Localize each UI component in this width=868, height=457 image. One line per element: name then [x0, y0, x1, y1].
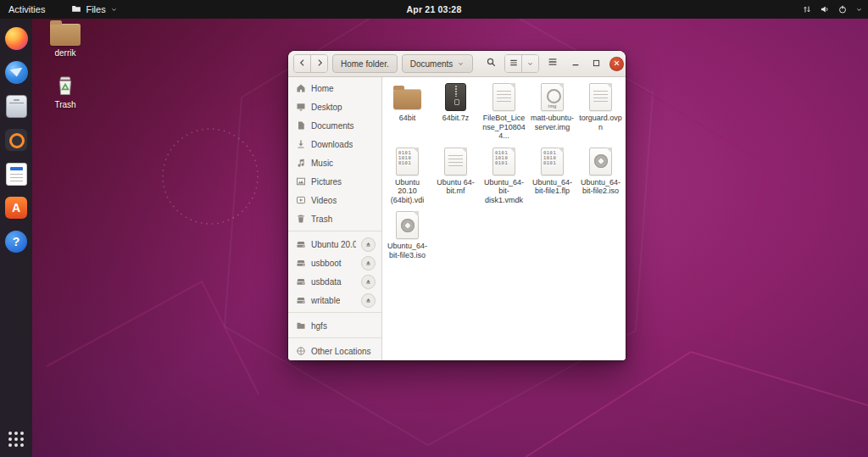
menu-button[interactable]: [543, 54, 562, 73]
file-name: Ubuntu_64-bit-file3.iso: [385, 242, 430, 259]
folder-file-icon: [393, 81, 421, 111]
eject-button[interactable]: [361, 256, 376, 270]
file-item-ubuntu-64-bit-file3-iso[interactable]: Ubuntu_64-bit-file3.iso: [383, 209, 431, 259]
desktop-icon-derrik[interactable]: derrik: [37, 20, 93, 58]
dock-item-rhythmbox[interactable]: [4, 128, 28, 152]
files-icon: [6, 95, 27, 118]
dock-item-help[interactable]: ?: [4, 230, 28, 254]
home-icon: [296, 83, 306, 93]
sidebar-item-label: hgfs: [311, 321, 327, 331]
folder-icon: [296, 320, 306, 331]
view-list-button[interactable]: [505, 55, 521, 72]
document-icon: [296, 120, 306, 131]
minimize-button[interactable]: [569, 57, 582, 70]
sidebar-separator: [288, 231, 381, 231]
dock: A?: [0, 19, 32, 457]
file-item-ubuntu-64-bit-disk1-vmdk[interactable]: 010110100101Ubuntu_64-bit-disk1.vmdk: [480, 145, 528, 205]
eject-button[interactable]: [361, 275, 376, 289]
network-arrows-icon: [802, 4, 812, 14]
file-item-ubuntu-64-bit-file1-flp[interactable]: 010110100101Ubuntu_64-bit-file1.flp: [528, 145, 576, 205]
video-icon: [296, 195, 306, 205]
sidebar-item-other-locations[interactable]: Other Locations: [288, 342, 381, 360]
app-menu-label: Files: [86, 4, 105, 14]
power-icon: [837, 4, 848, 14]
file-item-matt-ubuntu-server-img[interactable]: imgmatt-ubuntu-server.img: [528, 81, 576, 141]
desktop-background: Activities Files Apr 21 03:28 A? derrikT…: [0, 0, 868, 457]
iso-file-icon: [396, 209, 419, 239]
text-file-icon: [492, 81, 515, 111]
system-status-area[interactable]: [802, 0, 863, 19]
file-item-ubuntu-64-bit-mf[interactable]: Ubuntu 64-bit.mf: [431, 145, 480, 205]
sidebar-item-documents[interactable]: Documents: [288, 116, 381, 135]
files-window: Home folder. Documents HomeDesktopDocume…: [288, 51, 626, 360]
desktop-icon: [296, 102, 306, 112]
maximize-button[interactable]: [589, 57, 603, 70]
file-item-64bit[interactable]: 64bit: [383, 81, 431, 141]
eject-button[interactable]: [361, 237, 376, 252]
sidebar-item-trash[interactable]: Trash: [288, 209, 381, 228]
archive-file-icon: [445, 81, 466, 111]
path-button-home-label: Home folder.: [341, 59, 389, 69]
app-menu-button[interactable]: Files: [64, 0, 125, 19]
path-button-documents-label: Documents: [410, 59, 453, 69]
path-button-documents[interactable]: Documents: [402, 54, 474, 73]
chevron-down-icon: [526, 56, 534, 71]
header-bar: Home folder. Documents: [288, 51, 626, 77]
dock-item-libreoffice-writer[interactable]: [4, 162, 28, 186]
drive-icon: [296, 258, 306, 268]
file-name: torguard.ovpn: [578, 114, 623, 131]
volume-icon: [820, 4, 830, 14]
activities-button[interactable]: Activities: [0, 0, 53, 19]
sidebar-item-usbboot[interactable]: usbboot: [288, 254, 381, 272]
chevron-down-icon: [855, 6, 863, 14]
sidebar-item-label: Music: [311, 159, 333, 168]
maximize-icon: [592, 56, 601, 71]
file-item-ubuntu-64-bit-file2-iso[interactable]: Ubuntu_64-bit-file2.iso: [576, 145, 625, 205]
dock-item-firefox[interactable]: [4, 26, 28, 50]
music-icon: [296, 158, 306, 168]
back-button[interactable]: [294, 55, 310, 72]
search-button[interactable]: [481, 54, 500, 73]
sidebar-item-pictures[interactable]: Pictures: [288, 172, 381, 191]
file-item-64bit-7z[interactable]: 64bit.7z: [431, 81, 480, 141]
sidebar-item-writable[interactable]: writable: [288, 291, 381, 309]
path-button-home[interactable]: Home folder.: [332, 54, 398, 73]
dock-item-files[interactable]: [4, 94, 28, 118]
sidebar-item-usbdata[interactable]: usbdata: [288, 272, 381, 291]
trash-icon: [37, 72, 93, 98]
desktop-icon-trash[interactable]: Trash: [37, 72, 93, 109]
drive-icon: [296, 276, 306, 287]
dock-item-thunderbird[interactable]: [4, 60, 28, 84]
sidebar-item-hgfs[interactable]: hgfs: [288, 316, 381, 335]
forward-button[interactable]: [310, 55, 327, 72]
sidebar-item-label: Videos: [311, 196, 337, 205]
sidebar-item-downloads[interactable]: Downloads: [288, 135, 381, 153]
close-button[interactable]: [609, 57, 624, 71]
drive-icon: [296, 239, 306, 249]
clock[interactable]: Apr 21 03:28: [407, 4, 462, 14]
file-name: Ubuntu 64-bit.mf: [433, 178, 478, 196]
close-icon: [612, 56, 621, 71]
file-item-ubuntu-20-10-64bit-vdi[interactable]: 010110100101Ubuntu 20.10 (64bit).vdi: [383, 145, 431, 205]
drive-icon: [296, 295, 306, 305]
show-applications-button[interactable]: [4, 427, 28, 451]
file-name: 64bit.7z: [442, 114, 470, 123]
file-item-filebot-license-p108044[interactable]: FileBot_License_P108044...: [480, 81, 528, 141]
file-area[interactable]: 64bit64bit.7zFileBot_License_P108044...i…: [382, 77, 626, 360]
eject-button[interactable]: [361, 293, 376, 308]
file-name: Ubuntu_64-bit-disk1.vmdk: [481, 178, 526, 205]
sidebar-item-ubuntu-20-0[interactable]: Ubuntu 20.0...: [288, 235, 381, 254]
grid-icon: [8, 432, 24, 447]
sidebar-item-desktop[interactable]: Desktop: [288, 98, 381, 116]
sidebar-item-music[interactable]: Music: [288, 153, 381, 172]
file-item-torguard-ovpn[interactable]: torguard.ovpn: [576, 81, 625, 141]
sidebar-item-home[interactable]: Home: [288, 79, 381, 98]
files-app-icon: [71, 3, 81, 15]
sidebar-item-videos[interactable]: Videos: [288, 191, 381, 209]
file-name: FileBot_License_P108044...: [481, 114, 526, 141]
dock-item-ubuntu-software[interactable]: A: [4, 196, 28, 220]
file-name: Ubuntu_64-bit-file1.flp: [530, 178, 575, 196]
chevron-left-icon: [298, 56, 308, 71]
view-options-button[interactable]: [521, 55, 538, 72]
sidebar-separator: [288, 312, 381, 313]
